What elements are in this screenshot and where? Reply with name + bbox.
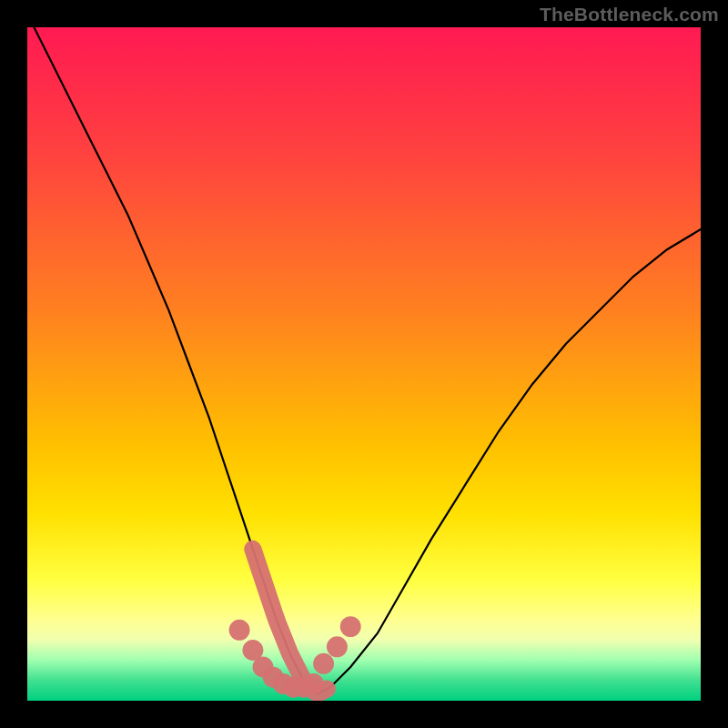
bottleneck-curve [27,27,701,694]
highlight-dot [303,673,324,694]
chart-plot-area [27,27,701,701]
watermark-text: TheBottleneck.com [540,4,719,25]
highlight-dot [229,620,250,641]
chart-svg [27,27,701,701]
highlight-dot [340,616,361,637]
highlight-dot [327,636,348,657]
highlight-dot [313,653,334,674]
